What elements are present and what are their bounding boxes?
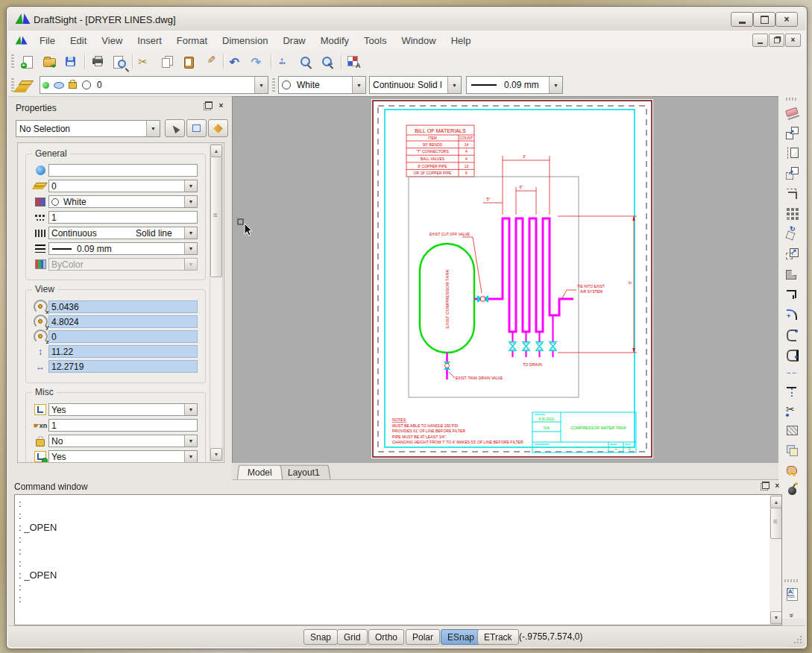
layer-combo[interactable]: 0 ▼ [40,76,268,94]
split-button[interactable]: ✂ [782,401,802,419]
polar-toggle[interactable]: Polar [406,629,440,645]
menu-draw[interactable]: Draw [275,35,312,46]
doc-minimize-button[interactable] [752,34,768,47]
selection-combo[interactable]: No Selection ▼ [16,120,160,137]
menu-window[interactable]: Window [394,35,443,46]
print-button[interactable] [87,52,107,72]
doc-close-button[interactable]: × [785,34,801,47]
scale-button[interactable]: ↗ [782,245,802,262]
format-painter-button[interactable]: ✎ [200,52,220,72]
etrack-toggle[interactable]: ETrack [477,629,519,645]
menu-view[interactable]: View [94,35,130,46]
chevron-down-icon[interactable]: ▼ [184,196,197,207]
menu-edit[interactable]: Edit [63,35,94,46]
tab-layout1[interactable]: Layout1 [277,465,331,479]
stretch-button[interactable]: → [782,265,802,283]
scroll-down-icon[interactable]: ▼ [770,611,782,624]
grid-toggle[interactable]: Grid [337,629,368,645]
title-bar[interactable]: DraftSight - [DRYER LINES.dwg] × [8,8,805,31]
command-history[interactable]: : : : _OPEN : : : : _OPEN : : ▲ ▼ [14,494,782,625]
chevron-down-icon[interactable]: ▼ [184,180,197,192]
toolbar-grip[interactable] [784,579,798,582]
chevron-down-icon[interactable]: ▼ [184,435,197,447]
toolbar-grip[interactable] [272,78,275,92]
properties-close-button[interactable]: × [215,100,227,110]
chevron-down-icon[interactable]: ▼ [184,243,197,254]
delete-button[interactable] [782,104,802,122]
maximize-button[interactable] [753,12,775,27]
snap-toggle[interactable]: Snap [303,629,338,645]
linetype-combo[interactable]: Continuous Solid l ▼ [369,76,462,94]
command-float-button[interactable] [760,480,771,490]
menu-file[interactable]: File [32,35,63,46]
annotation-scale-field[interactable]: 1 [48,419,198,432]
chevron-down-icon[interactable]: ▼ [146,121,160,136]
properties-scrollbar[interactable]: ▲ ▼ [210,144,223,461]
offset-button[interactable] [782,184,802,202]
close-button[interactable]: × [775,12,798,27]
scrollbar-thumb[interactable] [210,157,222,277]
ortho-toggle[interactable]: Ortho [368,629,404,645]
fillet-button[interactable]: + [782,305,802,323]
explode-button[interactable] [782,481,802,499]
lineweight-combo[interactable]: 0.09 mm ▼ [466,76,563,94]
join-button[interactable]: →← [782,364,802,382]
copy-button[interactable] [157,52,177,72]
chevron-down-icon[interactable]: ▼ [184,404,197,415]
linetype-field[interactable]: ContinuousSolid line▼ [48,227,198,239]
menu-dimension[interactable]: Dimension [215,35,275,46]
toolbar-grip[interactable] [11,78,14,92]
scroll-up-icon[interactable]: ▲ [210,145,222,157]
edit-grips-button[interactable] [782,461,802,479]
menu-format[interactable]: Format [169,35,215,46]
menu-insert[interactable]: Insert [130,35,169,46]
ucs-field[interactable]: Yes▼ [48,403,198,416]
zoom-previous-button[interactable]: ↩ [317,52,337,72]
zoom-dynamic-button[interactable]: ↕ [295,52,315,72]
paste-button[interactable] [178,52,198,72]
command-close-button[interactable]: × [772,480,783,490]
open-button[interactable]: ➜ [39,52,59,72]
minimize-button[interactable] [731,12,753,27]
new-button[interactable]: + [17,52,37,72]
chevron-down-icon[interactable]: ▼ [352,77,365,93]
rotate-button[interactable]: ↻ [782,224,802,242]
toolbar-grip[interactable] [786,98,798,101]
mirror-button[interactable] [782,144,802,162]
color-field[interactable]: White▼ [48,195,198,208]
select-window-button[interactable] [186,119,207,137]
select-entities-button[interactable] [165,119,185,137]
scroll-down-icon[interactable]: ▼ [210,448,222,461]
toolbar-grip[interactable] [11,54,14,69]
pattern-button[interactable] [782,204,802,222]
undo-button[interactable]: ↶ [226,52,246,72]
layer-field[interactable]: 0▼ [48,180,198,192]
chevron-down-icon[interactable]: ▼ [184,451,197,462]
chevron-down-icon[interactable]: ▼ [184,227,197,239]
drawing-sheet[interactable]: BILL OF MATERIALS ITEM COUNT 90° BENDS 1… [371,99,653,458]
hyperlink-field[interactable] [48,164,198,177]
move-button[interactable]: ↗ [782,164,802,182]
doc-restore-button[interactable] [769,34,784,47]
layers-manager-button[interactable] [16,75,36,95]
menu-help[interactable]: Help [444,35,479,46]
redo-button[interactable]: ↷ [248,52,268,72]
ucs-per-viewport-field[interactable]: Yes▼ [48,450,198,463]
menu-tools[interactable]: Tools [356,35,394,46]
menu-modify[interactable]: Modify [313,35,356,46]
line-color-combo[interactable]: White ▼ [278,76,366,94]
edit-polyline-button[interactable] [782,325,802,343]
edit-spline-button[interactable] [782,345,802,363]
chevron-down-icon[interactable]: ▼ [254,77,268,93]
quick-select-button[interactable] [208,119,228,137]
pan-button[interactable]: ↔↕ [274,52,294,72]
trim-button[interactable] [782,285,802,303]
annotation-options-button[interactable]: A [344,52,364,72]
break-button[interactable] [782,382,802,400]
hatch-button[interactable] [782,420,802,438]
linetype-scale-field[interactable]: 1 [48,211,198,224]
tab-model[interactable]: Model [237,465,283,479]
command-scrollbar[interactable]: ▲ ▼ [769,495,781,625]
annotation-button[interactable]: A [782,585,802,603]
toolbar-expand-button[interactable]: » [782,606,802,624]
